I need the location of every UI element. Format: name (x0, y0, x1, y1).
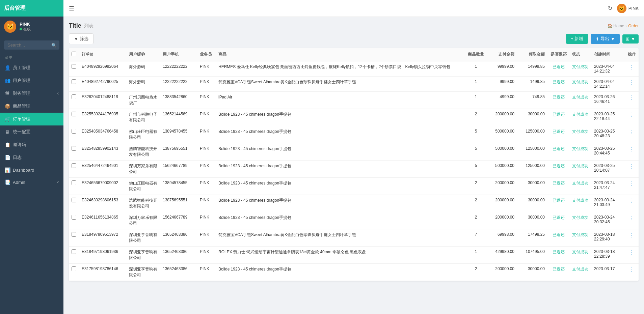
sidebar-item-label: 用户管理 (13, 78, 30, 84)
row-action-button[interactable]: ⋮ (629, 250, 635, 255)
sidebar-item-order[interactable]: 🛒 订单管理 (0, 113, 63, 125)
row-count: 2 (465, 178, 487, 195)
row-checkbox[interactable] (72, 79, 76, 84)
row-returned: 已返还 (547, 77, 569, 92)
row-returned: 已返还 (547, 264, 569, 281)
row-status: 支付成功 (569, 61, 591, 77)
row-status: 支付成功 (569, 109, 591, 126)
row-count: 2 (465, 195, 487, 212)
row-action-button[interactable]: ⋮ (629, 146, 635, 152)
row-checkbox-cell (69, 195, 79, 212)
row-action-button[interactable]: ⋮ (629, 181, 635, 187)
row-checkbox[interactable] (72, 94, 76, 99)
row-checkbox[interactable] (72, 129, 76, 134)
sidebar-item-invite[interactable]: 📋 邀请码 (0, 138, 63, 151)
topbar-user[interactable]: 🐱 PINK (617, 4, 639, 13)
row-goods: Bolide 1923 - 45 chimeres dragon手提包 (216, 109, 465, 126)
row-checkbox[interactable] (72, 180, 76, 185)
row-goods: ROLEX 劳力士 蚝式恒动宇宙计型迪通拿腕表18ct黄金款 40mm 拿破仑色… (216, 247, 465, 264)
sidebar-item-user[interactable]: 👥 用户管理 (0, 74, 63, 87)
sidebar-item-log[interactable]: 📄 日志 (0, 151, 63, 164)
row-action-button[interactable]: ⋮ (629, 198, 635, 204)
sidebar-item-config[interactable]: 🖥 统一配置 (0, 125, 63, 138)
row-returned: 已返还 (547, 92, 569, 109)
row-checkbox-cell (69, 212, 79, 229)
export-button[interactable]: ⬆ 导出 ▼ (591, 34, 620, 44)
row-time: 2023-03-24 21:03:49 (591, 195, 625, 212)
columns-button[interactable]: ⊞ ▼ (622, 34, 639, 44)
row-checkbox[interactable] (72, 232, 76, 237)
hamburger-icon[interactable]: ☰ (69, 5, 74, 12)
breadcrumb-separator: › (625, 24, 627, 28)
row-action-button[interactable]: ⋮ (629, 95, 635, 101)
admin-icon: 📑 (5, 179, 10, 185)
filter-button[interactable]: ▼ 筛选 (69, 33, 93, 44)
row-action-button[interactable]: ⋮ (629, 164, 635, 169)
status-dot (20, 28, 22, 30)
row-staff: PINK (197, 212, 216, 229)
th-action: 操作 (625, 48, 639, 61)
columns-dropdown-icon: ▼ (631, 36, 635, 41)
row-order-id: E325485034766458 (79, 126, 126, 143)
row-action-cell: ⋮ (625, 178, 639, 195)
row-staff: PINK (197, 195, 216, 212)
row-checkbox[interactable] (72, 146, 76, 151)
new-button[interactable]: + 新增 (566, 34, 588, 44)
row-pay: 200000.00 (487, 264, 517, 281)
sidebar-item-finance[interactable]: 🏛 财务管理 < (0, 87, 63, 100)
row-goods: iPad Air (216, 92, 465, 109)
refresh-icon[interactable]: ↻ (608, 5, 612, 11)
row-checkbox[interactable] (72, 266, 76, 271)
row-staff: PINK (197, 161, 216, 178)
goods-icon: 📦 (5, 104, 10, 109)
row-checkbox-cell (69, 77, 79, 92)
new-label: + 新增 (571, 36, 583, 42)
row-status: 支付成功 (569, 77, 591, 92)
row-user: 佛山庄臣电器有限公司 (126, 126, 160, 143)
sidebar-item-admin[interactable]: 📑 Admin < (0, 176, 63, 188)
row-checkbox[interactable] (72, 215, 76, 220)
row-checkbox[interactable] (72, 249, 76, 254)
sidebar-item-staff[interactable]: 👤 员工管理 (0, 61, 63, 74)
row-checkbox[interactable] (72, 198, 76, 202)
row-phone: 12222222222 (160, 61, 197, 77)
row-goods: Bolide 1923 - 45 chimeres dragon手提包 (216, 143, 465, 161)
row-action-button[interactable]: ⋮ (629, 267, 635, 273)
row-checkbox[interactable] (72, 163, 76, 168)
row-checkbox[interactable] (72, 64, 76, 69)
table-body: E404892926992064 海外源码 12222222222 PINK H… (69, 61, 639, 281)
content-area: Title 列表 🏠 Home › Order ▼ 筛选 + 新增 (63, 17, 644, 314)
row-checkbox[interactable] (72, 112, 76, 116)
filter-icon: ▼ (74, 36, 78, 41)
row-action-button[interactable]: ⋮ (629, 129, 635, 135)
row-user: 浩腾智能科技开发有限公司 (126, 195, 160, 212)
breadcrumb-home[interactable]: 🏠 Home (608, 24, 624, 28)
row-action-button[interactable]: ⋮ (629, 112, 635, 118)
row-action-cell: ⋮ (625, 92, 639, 109)
sidebar-item-dashboard[interactable]: 📊 Dashboard (0, 164, 63, 176)
row-staff: PINK (197, 77, 216, 92)
staff-icon: 👤 (5, 65, 10, 70)
row-checkbox-cell (69, 143, 79, 161)
row-checkbox-cell (69, 178, 79, 195)
select-all-checkbox[interactable] (72, 52, 76, 56)
row-order-id: E404892926992064 (79, 61, 126, 77)
sidebar-item-label: 订单管理 (13, 116, 30, 122)
row-action-button[interactable]: ⋮ (629, 64, 635, 70)
table-row: E325464472464901 深圳万家乐有限公司 15624667789 P… (69, 161, 639, 178)
sidebar-user-section: 🐱 PINK 在线 (0, 17, 63, 37)
row-count: 1 (465, 247, 487, 264)
sidebar-item-label: 邀请码 (13, 142, 26, 148)
th-returned: 是否返还 (547, 48, 569, 61)
row-action-button[interactable]: ⋮ (629, 80, 635, 85)
table-row: E325539244176935 广州市科胜电子有限公司 13652144569… (69, 109, 639, 126)
row-pay: 500000.00 (487, 126, 517, 143)
row-action-button[interactable]: ⋮ (629, 232, 635, 238)
table-row: E324656679009002 佛山庄臣电器有限公司 13894578455 … (69, 178, 639, 195)
row-goods: 梵克雅宝VCA手链Sweet Alhambra黄K金配白色珍珠贝母手链女士四叶草… (216, 77, 465, 92)
sidebar-item-goods[interactable]: 📦 商品管理 (0, 100, 63, 113)
row-action-button[interactable]: ⋮ (629, 215, 635, 221)
row-staff: PINK (197, 143, 216, 161)
username: PINK (20, 22, 31, 27)
row-receive: 749.85 (517, 92, 547, 109)
